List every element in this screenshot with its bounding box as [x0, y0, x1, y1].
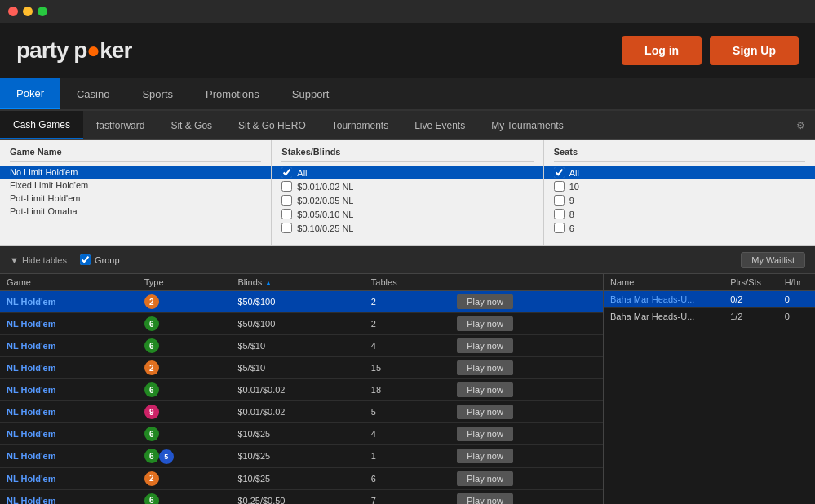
tab-sit-gos[interactable]: Sit & Gos — [157, 111, 225, 139]
filter-seats-6[interactable]: 6 — [554, 221, 805, 235]
filter-seats-all[interactable]: All — [544, 166, 815, 179]
filter-stakes-001-002-checkbox[interactable] — [281, 181, 292, 192]
play-now-button[interactable]: Play now — [457, 471, 513, 486]
game-cell: NL Hold'em — [0, 335, 138, 357]
settings-gear-icon[interactable]: ⚙ — [786, 111, 815, 139]
player-count-badge: 6 — [144, 493, 159, 505]
table-row[interactable]: NL Hold'em2$10/$256Play now — [0, 467, 603, 489]
play-now-button[interactable]: Play now — [457, 427, 513, 441]
filter-stakes-002-005-checkbox[interactable] — [281, 195, 292, 206]
filter-game-no-limit[interactable]: No Limit Hold'em — [0, 166, 271, 179]
play-now-button[interactable]: Play now — [457, 316, 513, 331]
minimize-button[interactable] — [23, 7, 33, 16]
filter-stakes-010-025-checkbox[interactable] — [281, 223, 292, 233]
hide-tables-toggle[interactable]: ▼ Hide tables — [10, 255, 67, 265]
right-table-row[interactable]: Baha Mar Heads-U...1/20 — [604, 308, 815, 325]
login-button[interactable]: Log in — [622, 36, 702, 65]
titlebar — [0, 0, 815, 23]
play-now-button[interactable]: Play now — [457, 360, 513, 375]
tab-cash-games[interactable]: Cash Games — [0, 111, 83, 139]
player-count-badge-2: 5 — [159, 449, 174, 464]
player-count-badge: 6 — [144, 449, 159, 463]
game-name-label: NL Hold'em — [7, 474, 55, 484]
logo: party p●ker — [16, 38, 131, 64]
table-row[interactable]: NL Hold'em6$10/$254Play now — [0, 423, 603, 445]
play-cell: Play now — [450, 445, 603, 468]
right-col-name: Name — [604, 274, 724, 291]
filter-stakes-002-005[interactable]: $0.02/0.05 NL — [281, 193, 533, 207]
tables-cell: 2 — [365, 313, 450, 335]
nav-item-poker[interactable]: Poker — [0, 78, 60, 109]
chevron-down-icon: ▼ — [10, 255, 19, 265]
col-blinds[interactable]: Blinds ▲ — [231, 274, 364, 291]
filter-seats-10-checkbox[interactable] — [554, 181, 565, 192]
badge-cell: 6 — [138, 489, 232, 504]
tables-cell: 4 — [365, 335, 450, 357]
right-table-row[interactable]: Baha Mar Heads-U...0/20 — [604, 291, 815, 308]
play-cell: Play now — [450, 291, 603, 313]
nav-item-casino[interactable]: Casino — [60, 78, 126, 109]
badge-cell: 2 — [138, 291, 232, 313]
filter-stakes-005-010-checkbox[interactable] — [281, 209, 292, 219]
table-row[interactable]: NL Hold'em65$10/$251Play now — [0, 445, 603, 468]
header: party p●ker Log in Sign Up — [0, 23, 815, 78]
plrs-sts-cell: 0/2 — [724, 291, 777, 308]
play-now-button[interactable]: Play now — [457, 405, 513, 419]
filter-game-pot-limit-holdem[interactable]: Pot-Limit Hold'em — [10, 192, 261, 205]
maximize-button[interactable] — [38, 7, 47, 16]
filter-seats-9-checkbox[interactable] — [554, 195, 565, 206]
tab-fastforward[interactable]: fastforward — [83, 111, 157, 139]
close-button[interactable] — [8, 7, 18, 16]
table-row[interactable]: NL Hold'em9$0.01/$0.025Play now — [0, 401, 603, 423]
play-now-button[interactable]: Play now — [457, 294, 513, 309]
filter-stakes-all-checkbox[interactable] — [281, 167, 292, 178]
player-count-badge: 9 — [144, 405, 159, 419]
tab-sit-go-hero[interactable]: Sit & Go HERO — [225, 111, 319, 139]
hide-tables-label: Hide tables — [22, 255, 67, 265]
filter-stakes-001-002-label: $0.01/0.02 NL — [297, 182, 353, 192]
table-row[interactable]: NL Hold'em2$5/$1015Play now — [0, 357, 603, 379]
blinds-cell: $10/$25 — [231, 467, 364, 489]
game-table-container[interactable]: Game Type Blinds ▲ Tables NL Hold'em2$50… — [0, 274, 603, 504]
hhr-cell: 0 — [778, 291, 815, 308]
filter-seats-8[interactable]: 8 — [554, 207, 805, 221]
nav-item-support[interactable]: Support — [276, 78, 346, 109]
play-now-button[interactable]: Play now — [457, 493, 513, 505]
table-row[interactable]: NL Hold'em6$0.25/$0.507Play now — [0, 489, 603, 504]
col-play — [450, 274, 603, 291]
table-row[interactable]: NL Hold'em6$0.01/$0.0218Play now — [0, 379, 603, 401]
table-row[interactable]: NL Hold'em6$5/$104Play now — [0, 335, 603, 357]
play-now-button[interactable]: Play now — [457, 449, 513, 463]
nav-item-promotions[interactable]: Promotions — [189, 78, 276, 109]
player-count-badge: 2 — [144, 294, 159, 309]
group-checkbox-container[interactable]: Group — [80, 254, 120, 265]
table-row[interactable]: NL Hold'em2$50/$1002Play now — [0, 291, 603, 313]
filter-game-pot-limit-omaha[interactable]: Pot-Limit Omaha — [10, 205, 261, 218]
tab-tournaments[interactable]: Tournaments — [319, 111, 401, 139]
filter-stakes-010-025-label: $0.10/0.25 NL — [297, 223, 353, 233]
play-now-button[interactable]: Play now — [457, 338, 513, 353]
tab-live-events[interactable]: Live Events — [401, 111, 478, 139]
filter-stakes-001-002[interactable]: $0.01/0.02 NL — [281, 179, 533, 193]
signup-button[interactable]: Sign Up — [710, 36, 799, 65]
table-row[interactable]: NL Hold'em6$50/$1002Play now — [0, 313, 603, 335]
blinds-cell: $50/$100 — [231, 313, 364, 335]
my-waitlist-button[interactable]: My Waitlist — [741, 252, 805, 268]
play-now-button[interactable]: Play now — [457, 382, 513, 397]
group-checkbox[interactable] — [80, 254, 91, 265]
filter-stakes-010-025[interactable]: $0.10/0.25 NL — [281, 221, 533, 235]
tables-cell: 2 — [365, 291, 450, 313]
tables-cell: 7 — [365, 489, 450, 504]
filter-seats-8-checkbox[interactable] — [554, 209, 565, 219]
filter-seats-6-checkbox[interactable] — [554, 223, 565, 233]
filter-seats-9[interactable]: 9 — [554, 193, 805, 207]
game-cell: NL Hold'em — [0, 357, 138, 379]
filter-seats-10[interactable]: 10 — [554, 179, 805, 193]
game-cell: NL Hold'em — [0, 401, 138, 423]
filter-seats-all-checkbox[interactable] — [554, 167, 565, 178]
filter-stakes-all[interactable]: All — [272, 166, 543, 179]
tab-my-tournaments[interactable]: My Tournaments — [478, 111, 576, 139]
filter-stakes-005-010[interactable]: $0.05/0.10 NL — [281, 207, 533, 221]
filter-game-fixed-limit[interactable]: Fixed Limit Hold'em — [10, 179, 261, 192]
nav-item-sports[interactable]: Sports — [126, 78, 189, 109]
